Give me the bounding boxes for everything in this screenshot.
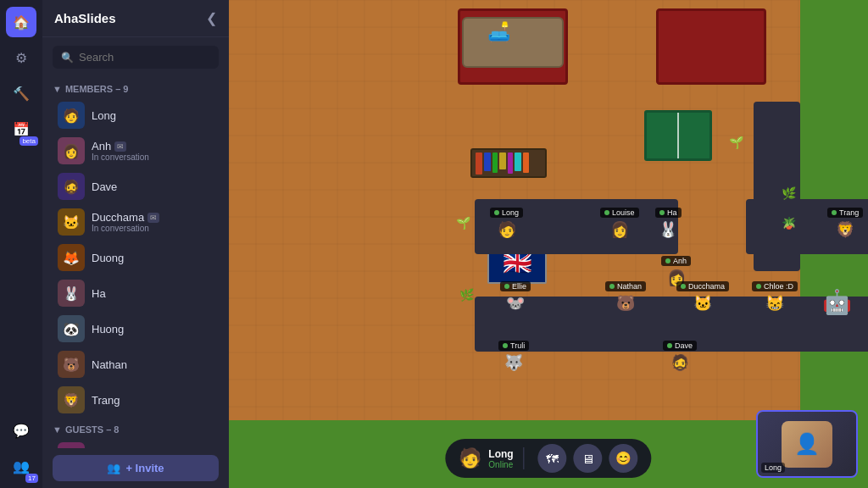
player-long: Long 🧑 (490, 208, 523, 241)
search-icon: 🔍 (61, 52, 74, 64)
video-preview: 👤 Long (756, 410, 858, 478)
member-info-nathan: Nathan (92, 358, 214, 371)
member-item-anh[interactable]: 👩 Anh ✉ In conversation (47, 133, 224, 169)
map-button[interactable]: 🗺 (538, 444, 567, 473)
player-dot-louise (604, 210, 609, 215)
couch-emoji: 🛋️ (487, 21, 510, 43)
member-info-ha: Ha (92, 287, 214, 300)
members-section-header[interactable]: ▼ MEMBERS – 9 (42, 77, 229, 97)
invite-button[interactable]: 👥 + Invite (53, 455, 219, 481)
sidebar: AhaSlides ❮ 🔍 ▼ MEMBERS – 9 🧑 Long 👩 Anh… (42, 0, 229, 488)
member-item-huong[interactable]: 🐼 Huong (47, 311, 224, 347)
bottom-bar: 🧑 Long Online 🗺 🖥 😊 (445, 439, 651, 478)
bookshelf (470, 148, 547, 178)
player-name-trang: Trang (827, 208, 863, 218)
member-name-huong: Huong (92, 323, 214, 336)
member-item-duong[interactable]: 🦊 Duong (47, 240, 224, 275)
guests-section-header[interactable]: ▼ GUESTS – 8 (42, 418, 229, 438)
screen-button[interactable]: 🖥 (574, 444, 603, 473)
search-input[interactable] (79, 51, 210, 64)
members-list: ▼ MEMBERS – 9 🧑 Long 👩 Anh ✉ In conversa… (42, 77, 229, 448)
player-name-ellie: Ellie (500, 281, 531, 291)
member-name-ha: Ha (92, 287, 214, 300)
member-item-trang[interactable]: 🦁 Trang (47, 382, 224, 418)
member-info-dave: Dave (92, 180, 214, 193)
player-sprite-trang: 🦁 (835, 218, 855, 241)
plant-2: 🌱 (729, 136, 743, 149)
player-ellie: Ellie 🐭 (500, 281, 531, 315)
player-dot-ellie (504, 284, 509, 289)
member-info-ducchama: Ducchama ✉ In conversation (92, 211, 214, 233)
video-user-name: Long (761, 463, 785, 473)
player-name-long: Long (490, 208, 523, 218)
member-name-duong: Duong (92, 252, 214, 264)
plant-4: 🪴 (782, 216, 796, 230)
msg-icon-ducchama: ✉ (147, 213, 159, 223)
player-name-ha: Ha (655, 208, 682, 218)
player-dot-trang (832, 210, 837, 215)
player-dot-truli (503, 343, 508, 348)
player-sprite-ducchama: 🐱 (693, 291, 713, 315)
avatar-trang: 🦁 (58, 386, 85, 413)
player-truli: Truli 🐺 (498, 341, 529, 374)
member-name-trang: Trang (92, 394, 214, 407)
member-item-long[interactable]: 🧑 Long (47, 97, 224, 133)
members-chevron-icon: ▼ (53, 84, 62, 94)
avatar-dave: 🧔 (58, 173, 85, 200)
home-nav-icon[interactable]: 🏠 (6, 7, 36, 37)
member-item-dave[interactable]: 🧔 Dave (47, 169, 224, 204)
player-sprite-long: 🧑 (497, 218, 517, 241)
emoji-button[interactable]: 😊 (609, 444, 638, 473)
player-dot-anh (665, 258, 670, 263)
player-dot-ha (659, 210, 665, 215)
plant-1: 🌿 (459, 288, 474, 302)
member-info-trang: Trang (92, 394, 214, 407)
member-name-ducchama: Ducchama ✉ (92, 211, 214, 224)
member-name-dave: Dave (92, 180, 214, 193)
player-dave: Dave 🧔 (663, 341, 697, 374)
member-item-chloe[interactable]: 🐱 Chloe :D (47, 438, 224, 448)
member-status-ducchama: In conversation (92, 224, 214, 233)
player-sprite-truli: 🐺 (504, 351, 524, 374)
member-name-long: Long (92, 109, 214, 122)
app-title: AhaSlides (54, 11, 116, 25)
player-dot-long (494, 210, 499, 215)
player-louise: Louise 👩 (600, 208, 639, 241)
player-name-louise: Louise (600, 208, 639, 218)
invite-icon: 👥 (107, 462, 120, 474)
player-ha: Ha 🐰 (655, 208, 682, 241)
chat-nav-icon[interactable]: 💬 (6, 415, 36, 446)
player-dot-dave (667, 343, 672, 348)
player-sprite-nathan: 🐻 (615, 291, 636, 315)
player-sprite-dave: 🧔 (670, 351, 690, 374)
avatar-huong: 🐼 (58, 315, 85, 342)
search-box[interactable]: 🔍 (53, 46, 219, 69)
robot-decoration: 🤖 (822, 288, 852, 316)
player-name-truli: Truli (498, 341, 529, 351)
player-dot-nathan (609, 284, 615, 289)
player-nathan: Nathan 🐻 (605, 281, 646, 315)
avatar-chloe: 🐱 (58, 442, 85, 448)
invite-label: + Invite (125, 462, 164, 474)
settings-nav-icon[interactable]: ⚙ (6, 42, 36, 73)
calendar-nav-icon[interactable]: 📅 beta (6, 114, 36, 144)
avatar-nathan: 🐻 (58, 351, 85, 378)
player-trang: Trang 🦁 (827, 208, 863, 241)
member-item-ducchama[interactable]: 🐱 Ducchama ✉ In conversation (47, 204, 224, 240)
player-sprite-chloe: 😸 (765, 291, 785, 315)
game-map[interactable]: 🛋️ 🇬🇧 🌿 🌱 🌿 (229, 0, 868, 488)
avatar-anh: 👩 (58, 137, 85, 164)
bottom-user-status: Online (488, 460, 513, 469)
people-nav-icon[interactable]: 👥 17 (6, 451, 36, 481)
rug-top-right (656, 8, 766, 85)
ping-pong-net (677, 113, 679, 158)
people-count-badge: 17 (25, 474, 38, 483)
bottom-actions: 🗺 🖥 😊 (533, 444, 638, 473)
member-info-long: Long (92, 109, 214, 122)
player-name-ducchama: Ducchama (676, 281, 729, 291)
member-item-nathan[interactable]: 🐻 Nathan (47, 347, 224, 382)
member-info-huong: Huong (92, 323, 214, 336)
tools-nav-icon[interactable]: 🔨 (6, 78, 36, 108)
member-item-ha[interactable]: 🐰 Ha (47, 275, 224, 311)
collapse-button[interactable]: ❮ (206, 10, 217, 26)
